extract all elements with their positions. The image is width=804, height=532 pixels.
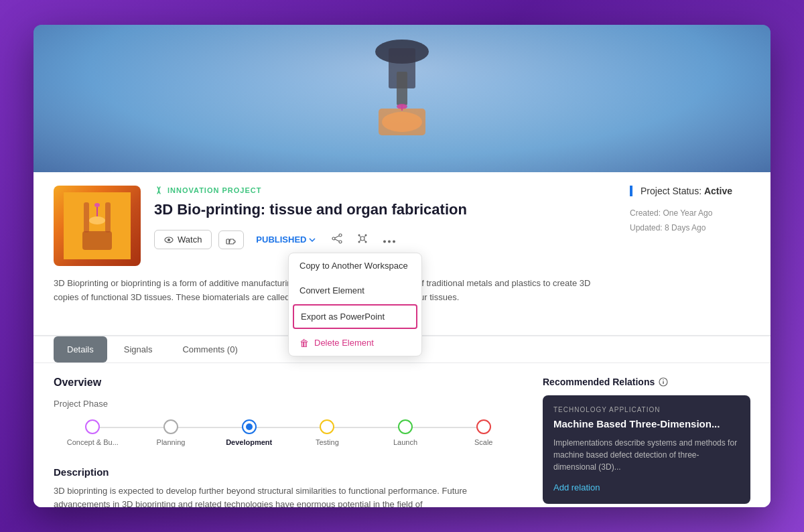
phase-name-scale: Scale bbox=[474, 438, 493, 446]
phase-circle-launch bbox=[398, 419, 413, 434]
project-thumbnail-svg bbox=[64, 192, 131, 259]
svg-point-11 bbox=[89, 216, 105, 224]
svg-point-19 bbox=[332, 237, 335, 240]
chevron-down-icon bbox=[309, 238, 316, 242]
phase-name-launch: Launch bbox=[393, 438, 417, 446]
ellipsis-icon bbox=[383, 240, 396, 243]
phase-development[interactable]: Development bbox=[210, 419, 288, 446]
phase-circle-planning bbox=[163, 419, 178, 434]
svg-point-32 bbox=[383, 240, 386, 243]
phase-name-concept: Concept & Bu... bbox=[67, 438, 119, 446]
phase-circle-concept bbox=[85, 419, 100, 434]
phase-line-1 bbox=[92, 427, 171, 428]
phase-testing: Testing bbox=[288, 419, 366, 446]
recommended-header: Recommended Relations bbox=[543, 377, 750, 387]
phase-name-testing: Testing bbox=[316, 438, 339, 446]
phase-circle-testing bbox=[320, 419, 334, 434]
svg-point-34 bbox=[393, 240, 395, 243]
thumbs-up-icon bbox=[226, 235, 237, 245]
phase-name-planning: Planning bbox=[157, 438, 186, 446]
svg-point-33 bbox=[388, 240, 391, 243]
network-button[interactable] bbox=[353, 229, 372, 251]
watch-button[interactable]: Watch bbox=[154, 230, 212, 249]
more-options-button[interactable] bbox=[379, 230, 400, 250]
phase-planning: Planning bbox=[132, 419, 210, 446]
dna-icon bbox=[154, 186, 163, 195]
dropdown-item-copy[interactable]: Copy to Another Workspace bbox=[289, 253, 421, 278]
published-badge[interactable]: PUBLISHED bbox=[251, 230, 321, 249]
svg-point-13 bbox=[94, 203, 100, 207]
phase-concept: Concept & Bu... bbox=[54, 419, 132, 446]
svg-rect-8 bbox=[84, 202, 89, 232]
share-icon bbox=[332, 233, 342, 244]
rec-card-title: Machine Based Three-Dimension... bbox=[553, 417, 740, 431]
tab-signals[interactable]: Signals bbox=[111, 336, 166, 362]
svg-point-18 bbox=[339, 234, 342, 237]
phase-line-5 bbox=[405, 427, 484, 428]
network-icon bbox=[357, 233, 368, 244]
phase-line-4 bbox=[327, 427, 405, 428]
project-title: 3D Bio-printing: tissue and organ fabric… bbox=[154, 200, 603, 220]
svg-point-37 bbox=[663, 379, 664, 381]
info-icon bbox=[659, 377, 668, 387]
project-image bbox=[54, 186, 141, 266]
svg-point-20 bbox=[339, 241, 342, 243]
phase-scale: Scale bbox=[444, 419, 523, 446]
project-header: INNOVATION PROJECT 3D Bio-printing: tiss… bbox=[54, 186, 750, 266]
project-info: INNOVATION PROJECT 3D Bio-printing: tiss… bbox=[154, 186, 603, 251]
svg-rect-10 bbox=[82, 231, 112, 250]
project-meta: Created: One Year Ago Updated: 8 Days Ag… bbox=[630, 206, 750, 235]
panel-right: Recommended Relations TECHNOLOGY APPLICA… bbox=[543, 377, 750, 507]
action-bar: Watch PUBLISHED bbox=[154, 229, 603, 251]
dropdown-item-delete[interactable]: 🗑 Delete Element bbox=[289, 330, 421, 356]
phase-launch: Launch bbox=[366, 419, 445, 446]
svg-point-17 bbox=[168, 239, 170, 241]
svg-line-22 bbox=[335, 239, 339, 241]
svg-line-30 bbox=[360, 240, 360, 241]
tab-comments[interactable]: Comments (0) bbox=[169, 336, 251, 362]
panel-left: Overview Project Phase Concept & Bu... P… bbox=[54, 377, 523, 507]
main-panel: Overview Project Phase Concept & Bu... P… bbox=[34, 363, 770, 507]
svg-point-23 bbox=[360, 237, 364, 241]
recommended-card: TECHNOLOGY APPLICATION Machine Based Thr… bbox=[543, 395, 750, 505]
svg-line-21 bbox=[335, 236, 339, 238]
phase-line-2 bbox=[171, 427, 249, 428]
project-status-panel: Project Status: Active Created: One Year… bbox=[616, 186, 750, 235]
description-right-spacer bbox=[616, 277, 750, 318]
rec-card-tag: TECHNOLOGY APPLICATION bbox=[553, 406, 740, 413]
phase-circle-scale bbox=[476, 419, 491, 434]
project-status-text: Project Status: Active bbox=[641, 186, 750, 196]
svg-point-5 bbox=[382, 112, 422, 132]
phase-circle-development bbox=[242, 419, 257, 434]
share-button[interactable] bbox=[328, 229, 346, 251]
dropdown-item-convert[interactable]: Convert Element bbox=[289, 278, 421, 303]
dropdown-menu: Copy to Another Workspace Convert Elemen… bbox=[288, 253, 422, 356]
phase-name-development: Development bbox=[226, 438, 272, 446]
like-button[interactable] bbox=[218, 230, 244, 249]
svg-line-31 bbox=[364, 240, 365, 241]
project-type-label: INNOVATION PROJECT bbox=[154, 186, 603, 195]
overview-title: Overview bbox=[54, 377, 523, 389]
hero-background bbox=[34, 25, 770, 172]
main-content: INNOVATION PROJECT 3D Bio-printing: tiss… bbox=[34, 172, 770, 507]
svg-line-28 bbox=[360, 236, 360, 237]
description-section-text: 3D bioprinting is expected to develop fu… bbox=[54, 484, 523, 507]
tab-details[interactable]: Details bbox=[54, 336, 107, 362]
add-relation-link[interactable]: Add relation bbox=[553, 482, 600, 492]
svg-line-29 bbox=[364, 236, 365, 237]
bioprinter-illustration bbox=[335, 31, 469, 152]
phase-label: Project Phase bbox=[54, 399, 523, 409]
rec-card-description: Implementations describe systems and met… bbox=[553, 437, 740, 473]
eye-icon bbox=[164, 237, 174, 243]
phase-line-3 bbox=[249, 427, 328, 428]
description-section-title: Description bbox=[54, 466, 523, 478]
status-box: Project Status: Active bbox=[630, 186, 750, 196]
dropdown-item-export[interactable]: Export as PowerPoint bbox=[293, 304, 417, 329]
project-card: INNOVATION PROJECT 3D Bio-printing: tiss… bbox=[34, 172, 770, 336]
phase-track: Concept & Bu... Planning Development bbox=[54, 419, 523, 446]
svg-rect-2 bbox=[397, 72, 407, 105]
svg-rect-9 bbox=[105, 202, 111, 232]
